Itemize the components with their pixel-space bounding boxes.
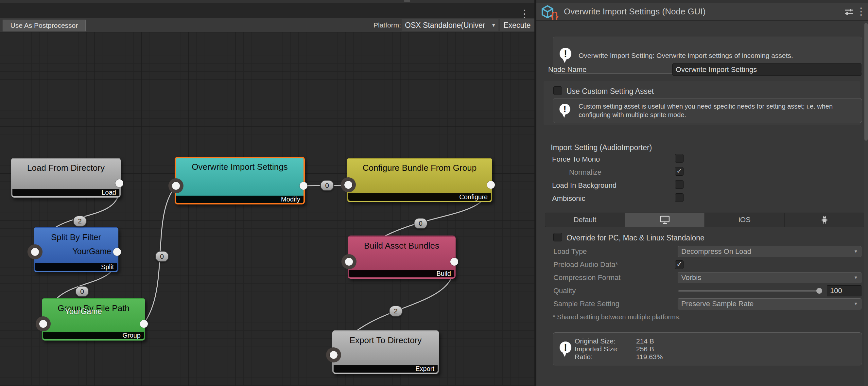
svg-text:!: ! [563, 104, 566, 114]
platform-tab-monitor[interactable] [625, 213, 705, 227]
setting-checkbox[interactable] [675, 260, 684, 269]
setting-label: Preload Audio Data* [553, 260, 618, 269]
android-icon [820, 215, 829, 225]
node-kind-strip: Build [349, 270, 454, 277]
scrollbar-thumb[interactable] [864, 23, 868, 141]
svg-text:{}: {} [551, 10, 559, 20]
input-port[interactable] [172, 182, 180, 190]
audio-option-label: Force To Mono [552, 155, 600, 164]
audio-option-checkbox[interactable] [675, 154, 684, 162]
setting-dropdown[interactable]: Decompress On Load▼ [678, 246, 862, 257]
output-port-label: YourGame [72, 247, 111, 256]
input-port[interactable] [31, 248, 39, 256]
node-title: Build Asset Bundles [349, 241, 454, 251]
input-port[interactable] [345, 258, 353, 266]
setting-dropdown[interactable]: Vorbis▼ [678, 272, 862, 283]
chevron-down-icon: ▼ [491, 19, 496, 31]
node-build[interactable]: Build Asset Bundles Build [348, 236, 456, 279]
chevron-down-icon: ▼ [854, 272, 858, 283]
size-info-value: 256 B [636, 345, 654, 353]
connection-count-badge: 0 [414, 218, 428, 229]
platform-tab-ios[interactable]: iOS [705, 213, 784, 227]
size-info-value: 214 B [636, 337, 654, 345]
svg-text:!: ! [564, 48, 567, 59]
node-kind-strip: Export [334, 365, 438, 373]
node-name-input[interactable]: Overwrite Import Settings [673, 63, 862, 76]
node-load[interactable]: Load From DirectoryLoad [11, 158, 121, 198]
quality-slider-track[interactable] [678, 291, 821, 292]
override-platform-label: Override for PC, Mac & Linux Standalone [566, 234, 705, 242]
quality-value-input[interactable]: 100 [827, 285, 862, 296]
audio-option-checkbox[interactable] [675, 167, 684, 176]
platform-tab-android[interactable] [784, 213, 864, 227]
window-top-strip [0, 0, 868, 3]
shared-setting-note: * Shared setting between multiple platfo… [553, 314, 681, 321]
node-overwrite[interactable]: Overwrite Import Settings Modify [175, 157, 305, 204]
use-custom-setting-label: Use Custom Setting Asset [566, 87, 654, 96]
node-name-label: Node Name [548, 65, 586, 74]
audio-option-checkbox[interactable] [675, 180, 684, 189]
node-kind-strip: Load [12, 189, 119, 196]
svg-text:!: ! [564, 342, 567, 353]
node-configure[interactable]: Configure Bundle From Group Configure [347, 158, 492, 202]
node-title: Export To Directory [334, 335, 438, 346]
node-kind-strip: Configure [348, 193, 491, 201]
platform-tabbar: DefaultiOS [545, 213, 864, 227]
use-custom-setting-checkbox[interactable] [553, 86, 562, 95]
size-info-box: ! Original Size: 214 BImported Size: 256… [553, 332, 862, 365]
output-port[interactable] [140, 320, 148, 328]
output-port[interactable] [113, 248, 121, 256]
use-as-postprocessor-button[interactable]: Use As Postprocessor [3, 20, 86, 31]
audio-option-label: Normalize [569, 168, 601, 177]
custom-setting-hint-text: Custom setting asset is useful when you … [579, 102, 862, 119]
connection-count-badge: 0 [155, 251, 169, 262]
info-bubble-icon: ! [558, 103, 572, 118]
connection-count-badge: 0 [320, 180, 334, 191]
setting-dropdown[interactable]: Preserve Sample Rate▼ [678, 298, 862, 309]
connection-count-badge: 0 [75, 286, 89, 297]
graph-pane-header: ⋮ [0, 3, 534, 18]
input-port[interactable] [344, 181, 352, 189]
platform-label: Platform: [373, 18, 401, 32]
assetgraph-window: ⋮ Use As Postprocessor Platform: OSX Sta… [0, 0, 868, 386]
presets-icon[interactable] [844, 7, 854, 16]
import-setting-section-title: Import Setting (AudioImporter) [551, 143, 652, 152]
chevron-down-icon: ▼ [854, 246, 858, 257]
graph-canvas[interactable]: Load From DirectoryLoadOverwrite Import … [0, 32, 534, 386]
inspector-scrollbar[interactable] [864, 21, 868, 386]
custom-setting-hint-infobox: ! Custom setting asset is useful when yo… [553, 98, 862, 123]
inspector-menu-kebab-icon[interactable]: ⋮ [856, 5, 865, 17]
output-port[interactable] [116, 179, 123, 187]
platform-tab-default[interactable]: Default [545, 213, 625, 227]
output-port[interactable] [451, 258, 458, 266]
chevron-down-icon: ▼ [854, 299, 858, 309]
node-group[interactable]: Group By File Path Group [42, 298, 145, 340]
window-tab-handle [404, 0, 410, 2]
input-port[interactable] [39, 320, 47, 328]
node-kind-strip: Split [35, 263, 117, 271]
setting-label: Quality [553, 287, 576, 295]
output-port[interactable] [487, 181, 495, 189]
node-gui-icon: {} [540, 5, 561, 20]
output-port[interactable] [300, 182, 307, 190]
setting-label: Load Type [553, 247, 587, 256]
connection-output-caption: YourGame [65, 307, 102, 316]
audio-option-label: Load In Background [552, 181, 617, 190]
execute-button[interactable]: Execute [500, 19, 534, 31]
size-info-value: 119.63% [636, 353, 662, 361]
inspector-title: Overwrite Import Settings (Node GUI) [564, 3, 706, 20]
input-port[interactable] [330, 351, 338, 359]
node-description-text: Overwrite Import Setting: Overwrite impo… [579, 51, 798, 60]
platform-dropdown[interactable]: OSX Standalone(Univer ▼ [402, 19, 498, 31]
node-kind-strip: Group [43, 332, 144, 339]
monitor-icon [660, 215, 670, 224]
node-title: Split By Filter [35, 232, 117, 242]
node-split[interactable]: Split By Filter YourGameSplit [34, 227, 118, 272]
quality-slider-thumb[interactable] [816, 288, 822, 294]
info-bubble-icon: ! [558, 340, 573, 358]
node-title: Overwrite Import Settings [176, 162, 304, 172]
override-platform-checkbox[interactable] [553, 233, 562, 241]
inspector-header: {} Overwrite Import Settings (Node GUI) … [536, 3, 868, 21]
node-export[interactable]: Export To Directory Export [332, 330, 439, 374]
audio-option-checkbox[interactable] [675, 193, 684, 202]
